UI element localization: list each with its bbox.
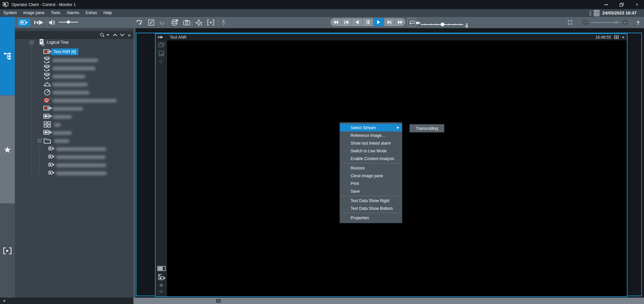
favorites-tab-icon: ★	[4, 145, 11, 155]
window-minimize-button[interactable]	[604, 2, 608, 7]
print-button[interactable]	[170, 19, 179, 26]
tree-item-offline-camera[interactable]	[15, 97, 133, 105]
ptz-camera-icon	[43, 57, 51, 64]
add-button[interactable]: +	[3, 299, 6, 303]
context-menu-item-switch-to-live-mode[interactable]: Switch to Live Mode	[340, 147, 402, 155]
tab-bookmarks[interactable]	[0, 203, 15, 298]
tree-item-child-camera[interactable]	[15, 161, 133, 169]
pane-audio-muted-icon[interactable]	[159, 289, 164, 294]
tree-item-dome-camera[interactable]	[15, 80, 133, 88]
search-previous-button[interactable]	[113, 33, 118, 37]
tree-item-ptz-camera[interactable]	[15, 72, 133, 80]
speed-slider-thumb[interactable]	[441, 23, 444, 26]
tab-favorites[interactable]: ★	[0, 95, 15, 204]
audio-button[interactable]	[48, 19, 56, 26]
context-menu-item-properties[interactable]: Properties	[340, 214, 402, 222]
add-bookmark-button[interactable]	[206, 19, 215, 26]
menu-item-extras[interactable]: Extras	[86, 10, 97, 15]
menu-item-system[interactable]: System	[3, 10, 17, 15]
zoom-out-button[interactable]: −	[582, 20, 588, 25]
tree-item-logical-tree[interactable]: − Logical Tree	[15, 39, 133, 47]
tree-item-camera[interactable]	[15, 113, 133, 121]
tree-item-speed-dome-camera[interactable]	[15, 88, 133, 97]
loop-icon	[409, 20, 415, 25]
volume-slider-thumb[interactable]	[67, 21, 70, 24]
copy-pane-icon[interactable]	[158, 42, 164, 47]
tree-item-view[interactable]	[15, 121, 133, 129]
alarm-recall-button[interactable]	[158, 19, 167, 26]
context-menu-item-text-data-show-right[interactable]: Text Data Show Right	[340, 197, 402, 204]
close-all-row-2: ××	[568, 23, 573, 26]
play-backward-button[interactable]	[352, 18, 362, 26]
tree-item-ptz-camera[interactable]	[15, 64, 133, 72]
ptz-home-camera-icon[interactable]	[157, 273, 165, 281]
tree-item-test-anr[interactable]: Test ANR [8]	[15, 48, 133, 56]
tree-item-child-camera[interactable]	[15, 153, 133, 161]
image-pane-bar-icon[interactable]	[157, 266, 166, 271]
redacted-label	[54, 139, 69, 143]
close-all-image-panes-button[interactable]: ×× ××	[565, 19, 575, 26]
collapse-expander[interactable]: −	[30, 41, 34, 44]
help-button[interactable]: ?	[635, 19, 641, 26]
search-close-button[interactable]: ×	[128, 32, 131, 38]
tree-item-child-camera[interactable]	[15, 169, 133, 177]
live-mode-button[interactable]	[17, 18, 30, 27]
pane-close-button[interactable]: ×	[622, 35, 625, 40]
context-menu-item-print[interactable]: Print	[340, 180, 402, 187]
menu-item-alarms[interactable]: Alarms	[67, 10, 79, 15]
camera-icon	[43, 114, 52, 119]
search-next-button[interactable]	[120, 33, 125, 37]
window-restore-button[interactable]	[619, 2, 624, 7]
tab-logical-tree[interactable]	[0, 17, 15, 95]
tree-search-bar[interactable]: ×	[15, 31, 133, 39]
context-menu-item-show-last-linked-alarm[interactable]: Show last linked alarm	[340, 139, 402, 147]
zoom-slider-thumb[interactable]	[615, 21, 618, 24]
playback-mode-button[interactable]	[33, 19, 45, 26]
context-menu-item-enable-content-analysis[interactable]: Enable Content Analysis	[340, 155, 402, 162]
instant-replay-icon[interactable]	[158, 59, 164, 64]
context-menu-item-close-image-pane[interactable]: Close image pane	[340, 172, 402, 180]
search-options-caret-icon[interactable]	[107, 34, 109, 37]
next-frame-button[interactable]	[384, 18, 395, 26]
menu-item-help[interactable]: Help	[104, 10, 112, 15]
add-favorite-button[interactable]	[195, 19, 203, 26]
tree-item-camera[interactable]	[15, 129, 133, 137]
play-forward-button[interactable]	[373, 18, 384, 26]
collapse-expander[interactable]: −	[38, 139, 41, 143]
microphone-button[interactable]	[220, 19, 227, 26]
tree-item-folder[interactable]: −	[15, 137, 133, 145]
ptz-camera-icon	[43, 65, 51, 72]
pause-button[interactable]	[363, 18, 373, 26]
maximize-image-pane-button[interactable]	[147, 19, 155, 26]
context-menu-item-save[interactable]: Save	[340, 187, 402, 195]
context-menu-item-restore[interactable]: Restore	[340, 164, 402, 172]
context-menu-item-select-stream[interactable]: Select Stream▶	[340, 124, 402, 131]
menu-item-image-pane[interactable]: Image pane	[23, 10, 44, 15]
toolbar: 1/81/41/21248 ×× ×× − + ?	[0, 17, 644, 28]
tree-item-recording-camera[interactable]	[15, 105, 133, 113]
previous-frame-button[interactable]	[341, 18, 352, 26]
menu-bar: SystemImage paneToolsAlarmsExtrasHelp CP…	[0, 9, 644, 17]
zoom-in-button[interactable]: +	[622, 20, 628, 25]
select-image-pane-button[interactable]	[136, 19, 145, 26]
rewind-button[interactable]	[330, 18, 341, 26]
fast-forward-button[interactable]	[395, 18, 405, 26]
redacted-label	[56, 172, 107, 175]
pane-layout-icon[interactable]	[614, 35, 619, 39]
search-icon[interactable]	[100, 33, 105, 37]
context-menu-item-text-data-show-bottom[interactable]: Text Data Show Bottom	[340, 204, 402, 212]
window-close-button[interactable]: ×	[635, 2, 639, 7]
tree-item-child-camera[interactable]	[15, 145, 133, 153]
menu-item-tools[interactable]: Tools	[51, 10, 60, 15]
submenu-transcoding[interactable]: Transcoding	[409, 124, 444, 132]
context-menu-item-reference-image[interactable]: Reference Image...	[340, 131, 402, 139]
snapshot-button[interactable]	[182, 19, 191, 26]
speed-tick	[431, 23, 431, 26]
dewarp-pip-icon[interactable]	[159, 51, 164, 56]
loop-playback-button[interactable]	[407, 18, 416, 26]
timeline-collapse-icon[interactable]	[216, 299, 221, 303]
app-icon	[3, 2, 9, 7]
tree-item-ptz-camera[interactable]	[15, 56, 133, 64]
image-pane-header[interactable]: Test ANR 16:46:55 ×	[156, 34, 627, 40]
context-menu-item-label: Print	[351, 181, 359, 186]
